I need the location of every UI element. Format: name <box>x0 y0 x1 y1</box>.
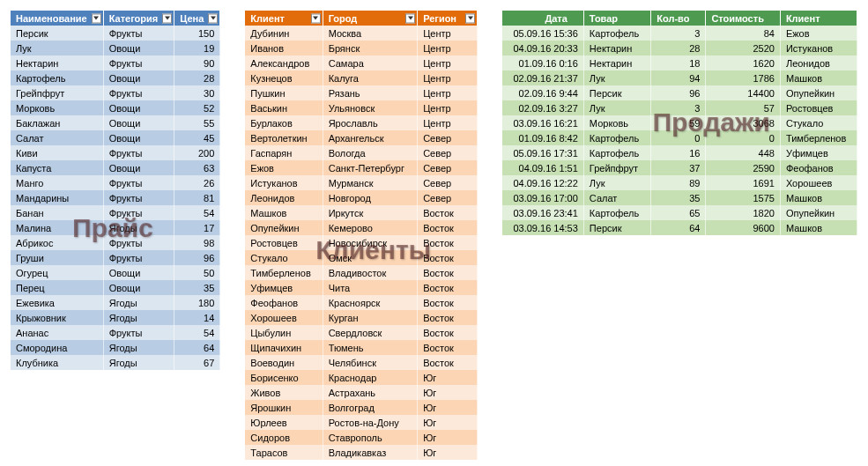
table-row[interactable]: БорисенкоКраснодарЮг <box>245 370 478 385</box>
col-qty[interactable]: Кол-во <box>651 11 706 26</box>
col-category[interactable]: Категория <box>103 11 174 26</box>
table-row[interactable]: ЮрлеевРостов-на-ДонуЮг <box>245 415 478 430</box>
table-cell: 180 <box>174 295 220 310</box>
table-row[interactable]: МандариныФрукты81 <box>11 190 220 205</box>
table-row[interactable]: АнанасФрукты54 <box>11 325 220 340</box>
table-cell: Пушкин <box>245 85 323 100</box>
table-row[interactable]: 03.09.16 16:21Морковь593068Стукало <box>502 115 857 130</box>
table-row[interactable]: БаклажанОвощи55 <box>11 115 220 130</box>
table-row[interactable]: 04.09.16 12:22Лук891691Хорошеев <box>502 175 857 190</box>
table-row[interactable]: ФеофановКрасноярскВосток <box>245 295 478 310</box>
table-cell: Центр <box>418 41 478 55</box>
table-row[interactable]: СмородинаЯгоды64 <box>11 340 220 355</box>
table-row[interactable]: МангоФрукты26 <box>11 175 220 190</box>
table-row[interactable]: МалинаЯгоды17 <box>11 220 220 235</box>
table-cell: Нектарин <box>11 55 103 70</box>
table-cell: Опупейкин <box>780 85 857 100</box>
table-row[interactable]: ПерсикФрукты150 <box>11 26 220 41</box>
table-cell: Владикавказ <box>323 445 417 460</box>
col-product[interactable]: Товар <box>583 11 650 26</box>
table-row[interactable]: 04.09.16 1:51Грейпфрут372590Феофанов <box>502 160 857 175</box>
col-cost[interactable]: Стоимость <box>706 11 781 26</box>
table-row[interactable]: ВоеводинЧелябинскВосток <box>245 355 478 370</box>
table-row[interactable]: 04.09.16 20:33Нектарин282520Истуканов <box>502 41 857 55</box>
filter-icon[interactable] <box>405 13 415 23</box>
filter-icon[interactable] <box>162 13 172 23</box>
table-row[interactable]: БурлаковЯрославльЦентр <box>245 115 478 130</box>
table-row[interactable]: ГаспарянВологдаСевер <box>245 145 478 160</box>
table-cell: 04.09.16 20:33 <box>502 41 583 55</box>
table-row[interactable]: ОпупейкинКемеровоВосток <box>245 220 478 235</box>
table-row[interactable]: КузнецовКалугаЦентр <box>245 70 478 85</box>
table-row[interactable]: КартофельОвощи28 <box>11 70 220 85</box>
table-row[interactable]: ВертолеткинАрхангельскСевер <box>245 130 478 145</box>
table-row[interactable]: ВаськинУльяновскЦентр <box>245 100 478 115</box>
table-row[interactable]: ТимберленовВладивостокВосток <box>245 265 478 280</box>
table-row[interactable]: 03.09.16 17:00Салат351575Машков <box>502 190 857 205</box>
table-row[interactable]: 01.09.16 0:16Нектарин181620Леонидов <box>502 55 857 70</box>
col-date[interactable]: Дата <box>502 11 583 26</box>
table-row[interactable]: СтукалоОмскВосток <box>245 250 478 265</box>
table-cell: Картофель <box>583 130 650 145</box>
filter-icon[interactable] <box>92 13 101 23</box>
table-row[interactable]: ЦыбулинСвердловскВосток <box>245 325 478 340</box>
table-cell: 02.09.16 9:44 <box>502 85 583 100</box>
table-row[interactable]: 02.09.16 9:44Персик9614400Опупейкин <box>502 85 857 100</box>
table-row[interactable]: РостовцевНовосибирскВосток <box>245 235 478 250</box>
table-row[interactable]: ЕжевикаЯгоды180 <box>11 295 220 310</box>
filter-icon[interactable] <box>208 13 218 23</box>
table-row[interactable]: МашковИркутскВосток <box>245 205 478 220</box>
table-row[interactable]: ЛукОвощи19 <box>11 41 220 55</box>
table-row[interactable]: АлександровСамараЦентр <box>245 55 478 70</box>
table-cell: 84 <box>706 26 781 41</box>
table-cell: 57 <box>706 100 781 115</box>
table-row[interactable]: КивиФрукты200 <box>11 145 220 160</box>
table-row[interactable]: АбрикосФрукты98 <box>11 235 220 250</box>
table-row[interactable]: ЕжовСанкт-ПетербургСевер <box>245 160 478 175</box>
filter-icon[interactable] <box>465 13 475 23</box>
col-region[interactable]: Регион <box>418 11 478 26</box>
col-name[interactable]: Наименование <box>11 11 103 26</box>
table-row[interactable]: 05.09.16 15:36Картофель384Ежов <box>502 26 857 41</box>
table-row[interactable]: НектаринФрукты90 <box>11 55 220 70</box>
filter-icon[interactable] <box>311 13 321 23</box>
table-row[interactable]: БананФрукты54 <box>11 205 220 220</box>
table-row[interactable]: ЩипачихинТюменьВосток <box>245 340 478 355</box>
table-row[interactable]: 02.09.16 3:27Лук357Ростовцев <box>502 100 857 115</box>
col-sclient[interactable]: Клиент <box>780 11 857 26</box>
table-cell: Восток <box>418 280 478 295</box>
table-cell: Север <box>418 190 478 205</box>
table-row[interactable]: ГрейпфрутФрукты30 <box>11 85 220 100</box>
table-row[interactable]: КапустаОвощи63 <box>11 160 220 175</box>
table-row[interactable]: КлубникаЯгоды67 <box>11 355 220 370</box>
table-cell: Машков <box>780 220 857 235</box>
table-row[interactable]: 03.09.16 14:53Персик649600Машков <box>502 220 857 235</box>
table-row[interactable]: ПушкинРязаньЦентр <box>245 85 478 100</box>
table-row[interactable]: ХорошеевКурганВосток <box>245 310 478 325</box>
clients-table-wrap: Клиент Город Регион ДубининМоскваЦентрИв… <box>245 11 478 460</box>
table-row[interactable]: 03.09.16 23:41Картофель651820Опупейкин <box>502 205 857 220</box>
table-row[interactable]: СидоровСтавропольЮг <box>245 430 478 445</box>
table-row[interactable]: ИвановБрянскЦентр <box>245 41 478 55</box>
table-row[interactable]: МорковьОвощи52 <box>11 100 220 115</box>
table-row[interactable]: УфимцевЧитаВосток <box>245 280 478 295</box>
col-price[interactable]: Цена <box>174 11 220 26</box>
table-row[interactable]: ТарасовВладикавказЮг <box>245 445 478 460</box>
table-row[interactable]: СалатОвощи45 <box>11 130 220 145</box>
col-client[interactable]: Клиент <box>245 11 323 26</box>
table-row[interactable]: ОгурецОвощи50 <box>11 265 220 280</box>
table-row[interactable]: ГрушиФрукты96 <box>11 250 220 265</box>
table-cell: Астрахань <box>323 385 417 400</box>
table-row[interactable]: ЖивовАстраханьЮг <box>245 385 478 400</box>
col-city[interactable]: Город <box>323 11 417 26</box>
table-row[interactable]: 02.09.16 21:37Лук941786Машков <box>502 70 857 85</box>
table-row[interactable]: ИстукановМурманскСевер <box>245 175 478 190</box>
table-row[interactable]: 01.09.16 8:42Картофель00Тимберленов <box>502 130 857 145</box>
table-row[interactable]: ЯрошкинВолгоградЮг <box>245 400 478 415</box>
table-row[interactable]: ДубининМоскваЦентр <box>245 26 478 41</box>
table-row[interactable]: 05.09.16 17:31Картофель16448Уфимцев <box>502 145 857 160</box>
table-row[interactable]: ЛеонидовНовгородСевер <box>245 190 478 205</box>
table-row[interactable]: ПерецОвощи35 <box>11 280 220 295</box>
table-cell: 94 <box>651 70 706 85</box>
table-row[interactable]: КрыжовникЯгоды14 <box>11 310 220 325</box>
